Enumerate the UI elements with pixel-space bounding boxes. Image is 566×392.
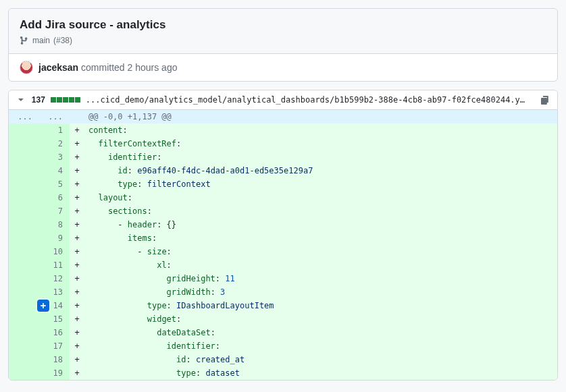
code-cell: filterContextRef: [84,137,557,150]
new-line-number[interactable]: 1 [39,123,70,137]
old-line-number [9,245,39,258]
diff-line[interactable]: 6+ layout: [9,191,557,204]
old-line-number [9,204,39,218]
diff-line[interactable]: 4+ id: e96aff40-f4dc-4dad-a0d1-ed5e35e12… [9,164,557,177]
diff-line[interactable]: 8+ - header: {} [9,218,557,231]
diff-line[interactable]: 19+ type: dataset [9,366,557,380]
new-line-number[interactable]: 8 [39,218,70,231]
diff-line[interactable]: 16+ dateDataSet: [9,326,557,339]
new-line-number[interactable]: 9 [39,231,70,245]
new-line-number[interactable]: 16 [39,326,70,339]
code-cell: sections: [84,204,557,218]
diff-line[interactable]: 2+ filterContextRef: [9,137,557,150]
author-login[interactable]: jaceksan [38,62,78,73]
new-line-number[interactable]: 15 [39,312,70,326]
old-line-number [9,272,39,285]
old-line-number [9,312,39,326]
code-cell: id: e96aff40-f4dc-4dad-a0d1-ed5e35e129a7 [84,164,557,177]
new-line-number[interactable]: 19 [39,366,70,380]
new-line-number[interactable]: 10 [39,245,70,258]
copy-icon[interactable] [540,94,550,105]
old-line-number [9,339,39,353]
expand-icon[interactable]: ... [9,110,39,123]
new-line-number[interactable]: 2 [39,137,70,150]
new-line-number[interactable]: 12 [39,272,70,285]
diff-line[interactable]: +14+ type: IDashboardLayoutItem [9,299,557,312]
diff-line[interactable]: 3+ identifier: [9,150,557,164]
code-cell: xl: [84,258,557,272]
old-line-number [9,191,39,204]
commit-time: 2 hours ago [128,62,178,73]
diff-line[interactable]: 9+ items: [9,231,557,245]
diff-sign: + [70,231,84,245]
code-cell: type: IDashboardLayoutItem [84,299,557,312]
file-path[interactable]: ...cicd_demo/analytics_model/analytical_… [86,95,529,105]
add-comment-icon[interactable]: + [37,300,49,312]
file-header: 137 ...cicd_demo/analytics_model/analyti… [9,90,557,110]
code-cell: widget: [84,312,557,326]
old-line-number [9,164,39,177]
branch-name[interactable]: main [32,36,50,45]
diff-sign: + [70,272,84,285]
diff-sign: + [70,326,84,339]
diff-line[interactable]: 17+ identifier: [9,339,557,353]
pr-number[interactable]: (#38) [53,36,72,45]
diff-sign: + [70,164,84,177]
old-line-number [9,123,39,137]
new-line-number[interactable]: 13 [39,285,70,299]
code-cell: gridWidth: 3 [84,285,557,299]
old-line-number [9,326,39,339]
old-line-number [9,366,39,380]
new-line-number[interactable]: 3 [39,150,70,164]
old-line-number [9,299,39,312]
avatar[interactable] [20,61,33,74]
old-line-number [9,150,39,164]
diff-line[interactable]: 1+content: [9,123,557,137]
diff-sign: + [70,204,84,218]
diff-sign: + [70,353,84,366]
diff-line[interactable]: 10+ - size: [9,245,557,258]
branch-icon [20,36,29,45]
new-line-number[interactable]: 11 [39,258,70,272]
hunk-range: @@ -0,0 +1,137 @@ [84,110,557,123]
new-line-number[interactable]: 4 [39,164,70,177]
diff-line[interactable]: 13+ gridWidth: 3 [9,285,557,299]
new-line-number[interactable]: +14 [39,299,70,312]
diff-line[interactable]: 15+ widget: [9,312,557,326]
new-line-number[interactable]: 5 [39,177,70,191]
code-cell: type: dataset [84,366,557,380]
code-cell: id: created_at [84,353,557,366]
diff-line[interactable]: 18+ id: created_at [9,353,557,366]
file-diff: 137 ...cicd_demo/analytics_model/analyti… [8,90,558,381]
code-cell: identifier: [84,150,557,164]
new-line-number[interactable]: 7 [39,204,70,218]
diff-sign: + [70,137,84,150]
diff-line[interactable]: 11+ xl: [9,258,557,272]
diff-sign: + [70,366,84,380]
new-line-number[interactable]: 17 [39,339,70,353]
code-cell: gridHeight: 11 [84,272,557,285]
commit-header: Add Jira source - analytics main (#38) j… [8,8,558,82]
diff-sign: + [70,123,84,137]
diff-sign: + [70,150,84,164]
diff-sign: + [70,258,84,272]
diff-line[interactable]: 12+ gridHeight: 11 [9,272,557,285]
diff-sign: + [70,312,84,326]
diff-line[interactable]: 7+ sections: [9,204,557,218]
committed-word: committed [81,62,125,73]
diff-sign: + [70,299,84,312]
code-cell: - header: {} [84,218,557,231]
code-cell: - size: [84,245,557,258]
diff-line[interactable]: 5+ type: filterContext [9,177,557,191]
diff-sign: + [70,218,84,231]
new-line-number[interactable]: 6 [39,191,70,204]
chevron-down-icon[interactable] [16,94,26,105]
commit-summary: Add Jira source - analytics main (#38) [9,9,557,54]
old-line-number [9,285,39,299]
old-line-number [9,137,39,150]
diff-sign: + [70,191,84,204]
old-line-number [9,231,39,245]
new-line-number[interactable]: 18 [39,353,70,366]
diff-table: ......@@ -0,0 +1,137 @@1+content:2+ filt… [9,110,557,380]
expand-icon[interactable]: ... [39,110,70,123]
